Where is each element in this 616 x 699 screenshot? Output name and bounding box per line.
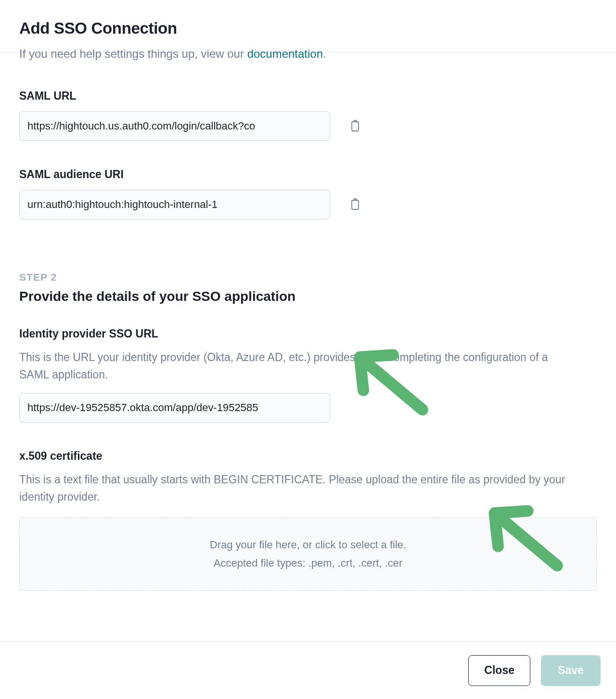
saml-audience-label: SAML audience URI [19, 168, 597, 181]
documentation-link[interactable]: documentation [247, 47, 323, 60]
svg-rect-0 [352, 122, 359, 131]
modal-footer: Close Save [0, 641, 616, 699]
cert-description: This is a text file that usually starts … [19, 471, 578, 505]
copy-saml-url-button[interactable] [348, 119, 362, 133]
dropzone-line-1: Drag your file here, or click to select … [210, 536, 406, 554]
modal-header: Add SSO Connection [0, 0, 616, 52]
saml-url-input[interactable] [19, 111, 330, 141]
modal-content: If you need help settings things up, vie… [0, 45, 616, 591]
cert-label: x.509 certificate [19, 450, 597, 463]
intro-suffix: . [323, 47, 326, 60]
idp-url-description: This is the URL your identity provider (… [19, 349, 578, 383]
idp-url-field: Identity provider SSO URL This is the UR… [19, 327, 597, 423]
copy-saml-audience-button[interactable] [348, 198, 362, 211]
save-button[interactable]: Save [541, 655, 601, 686]
idp-url-label: Identity provider SSO URL [19, 327, 597, 340]
intro-text: If you need help settings things up, vie… [19, 45, 597, 63]
clipboard-icon [350, 120, 360, 132]
saml-url-label: SAML URL [19, 90, 597, 103]
saml-audience-field: SAML audience URI [19, 168, 597, 220]
page-title: Add SSO Connection [19, 19, 597, 38]
svg-rect-1 [352, 200, 359, 209]
cert-field: x.509 certificate This is a text file th… [19, 450, 597, 590]
intro-prefix: If you need help settings things up, vie… [19, 47, 247, 60]
step-2-label: STEP 2 [19, 272, 597, 283]
saml-audience-input[interactable] [19, 190, 330, 220]
clipboard-icon [350, 198, 360, 211]
step-2-title: Provide the details of your SSO applicat… [19, 289, 597, 304]
cert-dropzone[interactable]: Drag your file here, or click to select … [19, 518, 597, 591]
close-button[interactable]: Close [468, 655, 530, 686]
saml-url-field: SAML URL [19, 90, 597, 141]
idp-url-input[interactable] [19, 393, 330, 423]
dropzone-line-2: Accepted file types: .pem, .crt, .cert, … [214, 554, 402, 572]
